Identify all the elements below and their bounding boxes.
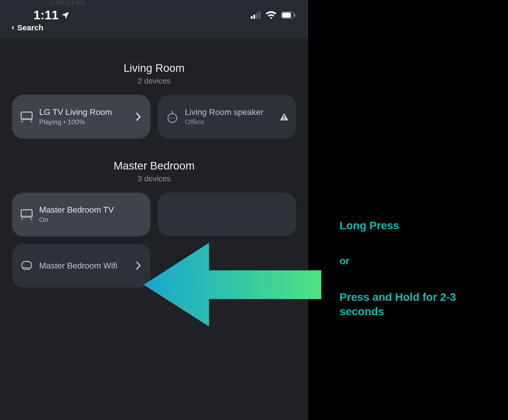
tv-icon: [20, 111, 33, 122]
device-card-obscured[interactable]: [158, 192, 296, 236]
cellular-signal-icon: [251, 11, 261, 19]
back-chevron-icon: [10, 25, 16, 31]
unlocked-ghost-text: Unlocked: [50, 0, 85, 7]
svg-rect-8: [21, 118, 32, 119]
chevron-right-icon: [133, 112, 144, 121]
status-bar: Unlocked 1:11: [0, 0, 308, 38]
svg-rect-1: [253, 15, 255, 19]
location-arrow-icon: [61, 11, 70, 20]
back-to-search[interactable]: Search: [0, 22, 308, 34]
warning-icon: [279, 113, 289, 121]
svg-point-15: [284, 119, 285, 120]
device-title: LG TV Living Room: [39, 107, 127, 117]
device-status: Playing • 100%: [39, 118, 127, 126]
annotation-line-3: Press and Hold for 2-3 seconds: [340, 290, 491, 319]
svg-rect-2: [256, 13, 258, 19]
content-area: Living Room 2 devices LG TV Living Room: [0, 38, 308, 288]
status-row: 1:11: [0, 0, 308, 22]
device-title: Master Bedroom Wifi: [39, 261, 127, 271]
device-title: Living Room speaker: [185, 107, 273, 117]
svg-rect-0: [251, 16, 253, 19]
svg-rect-17: [21, 215, 32, 217]
room-title: Living Room: [12, 62, 296, 74]
device-title: Master Bedroom TV: [39, 205, 144, 215]
status-icons: [251, 11, 296, 19]
room-subtitle: 3 devices: [12, 174, 296, 183]
annotation-line-2: or: [340, 255, 491, 267]
router-icon: [20, 260, 33, 271]
device-card-speaker[interactable]: Living Room speaker Offline: [158, 95, 296, 139]
svg-point-13: [174, 118, 175, 119]
device-card-master-tv[interactable]: Master Bedroom TV On: [12, 192, 150, 236]
room-subtitle: 2 devices: [12, 77, 296, 85]
wifi-icon: [266, 11, 276, 19]
chevron-right-icon: [133, 261, 144, 270]
annotation-line-1: Long Press: [340, 219, 491, 232]
svg-point-11: [170, 118, 171, 119]
svg-rect-14: [284, 115, 284, 118]
device-card-lg-tv[interactable]: LG TV Living Room Playing • 100%: [12, 95, 150, 139]
time-wrap: 1:11: [33, 8, 70, 22]
battery-icon: [281, 11, 296, 19]
svg-point-12: [172, 118, 173, 119]
device-card-master-wifi[interactable]: Master Bedroom Wifi: [12, 244, 150, 288]
svg-rect-3: [259, 11, 260, 19]
speaker-icon: [166, 110, 179, 123]
room-header-living: Living Room 2 devices: [12, 62, 296, 85]
room-header-master: Master Bedroom 3 devices: [12, 160, 296, 183]
back-label: Search: [17, 23, 43, 32]
device-status: Offline: [185, 118, 273, 126]
phone-panel: Unlocked 1:11: [0, 0, 308, 420]
svg-rect-5: [282, 13, 291, 18]
canvas: Unlocked 1:11: [0, 0, 508, 420]
svg-rect-6: [294, 14, 295, 16]
device-status: On: [39, 216, 144, 224]
room-title: Master Bedroom: [12, 160, 296, 172]
annotation-text-block: Long Press or Press and Hold for 2-3 sec…: [340, 219, 491, 319]
living-room-cards: LG TV Living Room Playing • 100%: [12, 95, 296, 139]
tv-icon: [20, 209, 33, 220]
clock-time: 1:11: [33, 8, 59, 22]
master-bedroom-cards: Master Bedroom TV On: [12, 192, 296, 288]
